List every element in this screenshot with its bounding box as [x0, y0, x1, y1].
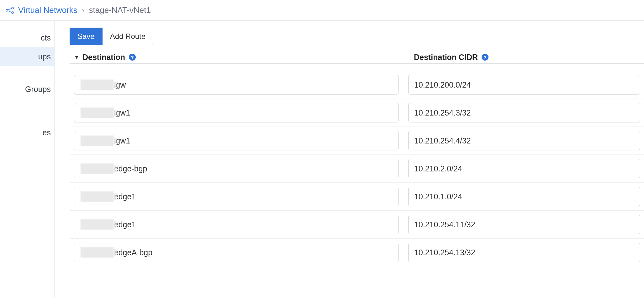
column-header-label: Destination [82, 53, 125, 62]
cell-destination [70, 243, 408, 262]
table-row [70, 71, 644, 99]
help-icon[interactable]: ? [129, 54, 136, 61]
svg-point-2 [12, 12, 13, 14]
cell-destination [70, 75, 408, 94]
breadcrumb: Virtual Networks › stage-NAT-vNet1 [0, 0, 644, 21]
table-row [70, 127, 644, 154]
destination-input[interactable] [74, 75, 399, 94]
help-icon[interactable]: ? [482, 54, 488, 61]
sidebar-item-2[interactable]: Groups [0, 80, 54, 99]
table-row [70, 99, 644, 127]
chevron-right-icon: › [82, 5, 85, 15]
cell-cidr [408, 103, 640, 122]
page-root: Virtual Networks › stage-NAT-vNet1 cts u… [0, 0, 644, 297]
cell-cidr [408, 243, 640, 262]
cell-cidr [408, 215, 640, 234]
breadcrumb-parent-link[interactable]: Virtual Networks [6, 5, 77, 15]
cell-destination [70, 103, 408, 122]
column-header-cidr[interactable]: Destination CIDR ? [414, 53, 644, 62]
sidebar: cts ups Groups es [0, 21, 55, 297]
sidebar-item-3[interactable]: es [0, 123, 54, 142]
svg-point-0 [6, 9, 8, 11]
cell-cidr [408, 75, 640, 94]
cidr-input[interactable] [408, 103, 640, 122]
table-body [70, 71, 644, 266]
save-button[interactable]: Save [70, 28, 103, 45]
caret-down-icon: ▾ [75, 54, 78, 61]
breadcrumb-parent-label: Virtual Networks [18, 5, 77, 15]
cell-cidr [408, 131, 640, 150]
toolbar: Save Add Route [70, 28, 644, 45]
cell-destination [70, 159, 408, 178]
destination-input[interactable] [74, 131, 399, 150]
table-row [70, 182, 644, 210]
column-header-label: Destination CIDR [414, 53, 478, 62]
cidr-input[interactable] [408, 243, 640, 262]
destination-input[interactable] [74, 103, 399, 122]
destination-input[interactable] [74, 187, 399, 206]
destination-input[interactable] [74, 215, 399, 234]
cidr-input[interactable] [408, 131, 640, 150]
destination-input[interactable] [74, 243, 399, 262]
sidebar-item-1[interactable]: ups [0, 47, 54, 66]
cell-destination [70, 215, 408, 234]
cell-destination [70, 187, 408, 206]
breadcrumb-current: stage-NAT-vNet1 [89, 5, 150, 15]
cell-cidr [408, 159, 640, 178]
cidr-input[interactable] [408, 75, 640, 94]
cidr-input[interactable] [408, 159, 640, 178]
svg-line-4 [8, 11, 12, 12]
sidebar-item-label: ups [38, 52, 51, 61]
cidr-input[interactable] [408, 215, 640, 234]
svg-line-3 [8, 8, 12, 10]
table-row [70, 210, 644, 238]
sidebar-item-label: cts [41, 33, 51, 42]
svg-point-1 [12, 7, 13, 9]
column-header-destination[interactable]: ▾ Destination ? [75, 53, 414, 62]
add-route-button[interactable]: Add Route [103, 28, 153, 45]
table-header: ▾ Destination ? Destination CIDR ? [70, 51, 644, 64]
table-row [70, 154, 644, 182]
main-panel: Save Add Route ▾ Destination ? Destinati… [55, 21, 644, 297]
cidr-input[interactable] [408, 187, 640, 206]
sidebar-item-label: Groups [25, 85, 51, 94]
sidebar-item-0[interactable]: cts [0, 28, 54, 47]
sidebar-item-label: es [43, 128, 51, 137]
table-row [70, 238, 644, 266]
body: cts ups Groups es Save Add Route ▾ [0, 21, 644, 297]
network-topology-icon [6, 7, 15, 14]
cell-cidr [408, 187, 640, 206]
cell-destination [70, 131, 408, 150]
destination-input[interactable] [74, 159, 399, 178]
